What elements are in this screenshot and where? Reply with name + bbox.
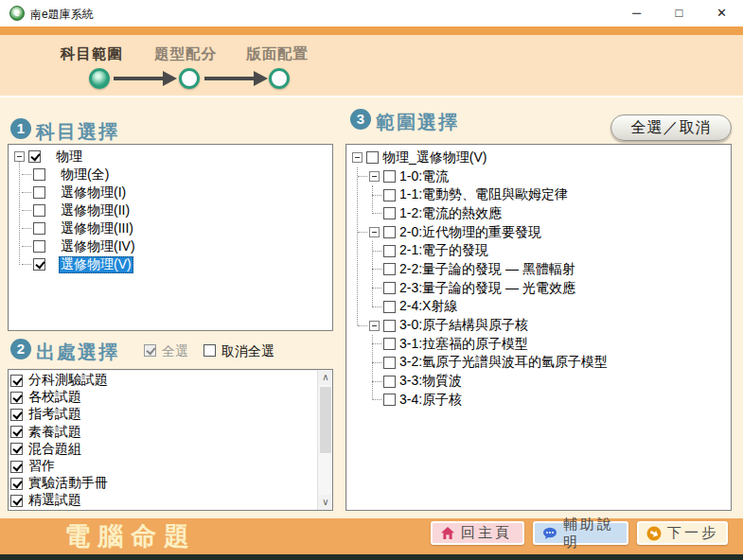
tree-item[interactable]: 1-0:電流: [346, 167, 731, 186]
expand-toggle[interactable]: [369, 321, 380, 331]
checkbox[interactable]: [10, 375, 23, 387]
list-item[interactable]: 精選試題: [10, 492, 332, 509]
checkbox[interactable]: [33, 186, 45, 199]
tree-item-label[interactable]: 物理(全): [59, 166, 111, 184]
checkbox[interactable]: [383, 263, 396, 275]
next-step-button[interactable]: 下一步: [637, 521, 728, 545]
expand-toggle[interactable]: [369, 227, 380, 237]
maximize-button[interactable]: □: [658, 0, 700, 26]
checkbox[interactable]: [10, 495, 23, 507]
tree-item[interactable]: 3-4:原子核: [346, 391, 731, 410]
checkbox[interactable]: [383, 282, 396, 294]
list-item-label[interactable]: 精選試題: [27, 492, 83, 509]
checkbox[interactable]: [383, 338, 396, 350]
list-item-label[interactable]: 實驗活動手冊: [27, 475, 110, 492]
list-item-partial[interactable]: [10, 510, 332, 512]
tree-item[interactable]: 1-2:電流的熱效應: [346, 204, 731, 223]
checkbox[interactable]: [383, 357, 396, 369]
close-button[interactable]: ✕: [700, 0, 743, 26]
tree-item-label[interactable]: 2-0:近代物理的重要發現: [398, 224, 543, 241]
scroll-down-icon[interactable]: ∨: [318, 495, 333, 510]
checkbox[interactable]: [383, 245, 396, 257]
checkbox[interactable]: [10, 392, 23, 404]
scrollbar-thumb[interactable]: [320, 387, 331, 453]
checkbox[interactable]: [383, 207, 396, 219]
select-all-label[interactable]: 全選: [162, 343, 188, 360]
tree-item-label[interactable]: 選修物理(III): [59, 220, 135, 237]
tree-item[interactable]: 選修物理(III): [9, 219, 332, 237]
step-circle-2[interactable]: [179, 68, 200, 89]
list-item[interactable]: 指考試題: [10, 406, 332, 423]
tree-item[interactable]: 3-1:拉塞福的原子模型: [346, 335, 731, 354]
tree-item-label[interactable]: 2-4:X射線: [398, 298, 459, 315]
tree-item-label[interactable]: 物理_選修物理(V): [380, 149, 488, 166]
list-item[interactable]: 混合題組: [10, 441, 332, 458]
minimize-button[interactable]: ─: [615, 0, 658, 26]
tree-item[interactable]: 選修物理(II): [9, 201, 332, 219]
tree-item[interactable]: 2-2:量子論的發現 — 黑體輻射: [346, 260, 731, 279]
checkbox[interactable]: [33, 240, 45, 253]
tree-item[interactable]: 3-2:氫原子光譜與波耳的氫原子模型: [346, 354, 731, 373]
select-all-toggle-button[interactable]: 全選／取消: [610, 114, 732, 141]
tree-item-label[interactable]: 3-0:原子結構與原子核: [398, 317, 530, 334]
tree-item[interactable]: 3-3:物質波: [346, 372, 731, 391]
checkbox[interactable]: [10, 443, 23, 455]
checkbox[interactable]: [10, 426, 23, 438]
checkbox[interactable]: [366, 151, 379, 164]
tree-item[interactable]: 2-1:電子的發現: [346, 241, 731, 260]
tree-item-label[interactable]: 物理: [54, 149, 84, 166]
expand-toggle[interactable]: [14, 151, 25, 162]
list-item-label[interactable]: 各校試題: [27, 389, 83, 406]
tree-item-label[interactable]: 1-2:電流的熱效應: [398, 205, 504, 222]
tree-item[interactable]: 2-3:量子論的發現 — 光電效應: [346, 279, 731, 298]
deselect-all-checkbox[interactable]: [203, 344, 216, 357]
tree-item[interactable]: 選修物理(I): [9, 184, 332, 201]
checkbox[interactable]: [33, 204, 45, 217]
tree-item-label[interactable]: 3-3:物質波: [398, 373, 464, 390]
tree-item[interactable]: 物理(全): [9, 166, 332, 184]
tree-item-label[interactable]: 2-3:量子論的發現 — 光電效應: [398, 280, 577, 297]
expand-toggle[interactable]: [369, 171, 380, 182]
tree-item-label[interactable]: 3-2:氫原子光譜與波耳的氫原子模型: [398, 354, 610, 371]
list-item-label[interactable]: 指考試題: [27, 406, 83, 423]
tree-item-label[interactable]: 2-2:量子論的發現 — 黑體輻射: [398, 261, 577, 278]
checkbox[interactable]: [10, 461, 23, 473]
checkbox[interactable]: [33, 222, 45, 235]
list-item[interactable]: 分科測驗試題: [10, 372, 332, 389]
list-item-label[interactable]: 混合題組: [27, 441, 83, 458]
tree-item[interactable]: 3-0:原子結構與原子核: [346, 316, 731, 335]
tree-item-label[interactable]: 選修物理(II): [59, 202, 132, 219]
checkbox[interactable]: [383, 226, 396, 238]
checkbox[interactable]: [383, 376, 396, 388]
list-item-label[interactable]: 素養試題: [27, 424, 83, 441]
checkbox[interactable]: [383, 320, 396, 332]
list-item[interactable]: 素養試題: [10, 424, 332, 441]
select-all-checkbox[interactable]: [144, 344, 156, 357]
tree-item[interactable]: 1-1:電動勢、電阻與歐姆定律: [346, 185, 731, 204]
step-circle-3[interactable]: [269, 68, 290, 89]
checkbox[interactable]: [33, 258, 45, 271]
checkbox[interactable]: [28, 150, 41, 163]
tree-item-label[interactable]: 2-1:電子的發現: [398, 242, 490, 259]
list-item-label[interactable]: 分科測驗試題: [27, 372, 110, 389]
tree-item-label[interactable]: 1-1:電動勢、電阻與歐姆定律: [398, 186, 570, 203]
tree-item[interactable]: 2-0:近代物理的重要發現: [346, 223, 731, 242]
tree-item-label[interactable]: 1-0:電流: [398, 168, 451, 185]
scrollbar[interactable]: ∧ ∨: [317, 370, 332, 510]
list-item[interactable]: 習作: [10, 458, 332, 475]
tree-item-label[interactable]: 3-1:拉塞福的原子模型: [398, 336, 530, 353]
list-item[interactable]: 實驗活動手冊: [10, 475, 332, 492]
checkbox[interactable]: [383, 301, 396, 313]
checkbox[interactable]: [383, 189, 396, 201]
expand-toggle[interactable]: [352, 152, 363, 163]
tree-item-label[interactable]: 選修物理(V): [59, 256, 133, 273]
tree-item[interactable]: 物理: [9, 148, 332, 166]
list-item[interactable]: 各校試題: [10, 389, 332, 406]
checkbox[interactable]: [33, 168, 45, 181]
list-item-label[interactable]: 習作: [27, 458, 57, 475]
tree-item[interactable]: 2-4:X射線: [346, 298, 731, 317]
checkbox[interactable]: [383, 394, 396, 406]
step-circle-1[interactable]: [89, 68, 110, 89]
tree-item-label[interactable]: 3-4:原子核: [398, 392, 464, 409]
deselect-all-label[interactable]: 取消全選: [221, 343, 274, 360]
